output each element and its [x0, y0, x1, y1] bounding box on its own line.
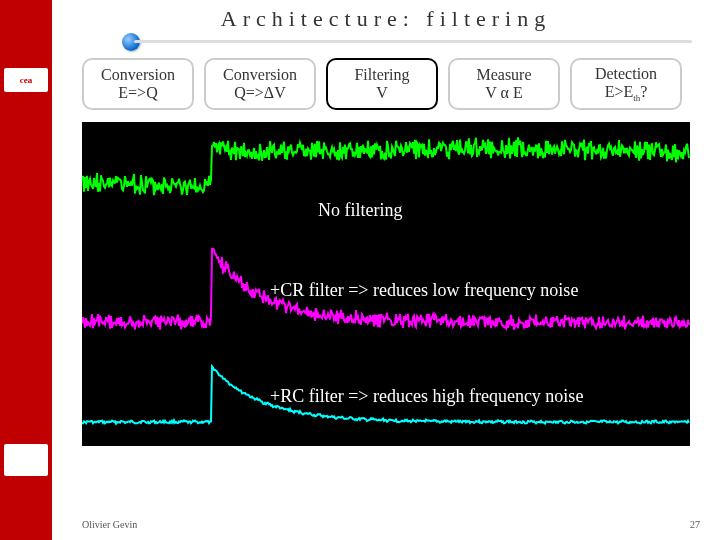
stage-line2: V [376, 84, 388, 102]
stage-measure: Measure V α E [448, 58, 560, 110]
stage-line1: Conversion [223, 66, 297, 84]
logo-irfu [4, 444, 48, 476]
trace-no-filtering [82, 137, 689, 195]
stage-line2: Q=>ΔV [234, 84, 285, 102]
label-no-filter: No filtering [318, 200, 402, 221]
page-title: Architecture: filtering [221, 6, 551, 32]
stage-line1: Detection [595, 65, 657, 83]
stage-conversion-eq: Conversion E=>Q [82, 58, 194, 110]
footer: Olivier Gevin 27 [82, 519, 700, 530]
logo-cea: cea [4, 68, 48, 92]
stage-line1: Measure [476, 66, 531, 84]
footer-author: Olivier Gevin [82, 519, 137, 530]
title-bar: Architecture: filtering [52, 6, 720, 50]
sidebar: cea [0, 0, 52, 540]
footer-page: 27 [690, 519, 700, 530]
label-rc-filter: +RC filter => reduces high frequency noi… [270, 386, 583, 407]
stage-conversion-qv: Conversion Q=>ΔV [204, 58, 316, 110]
stage-line2: E>Eth? [605, 83, 648, 103]
label-cr-filter: +CR filter => reduces low frequency nois… [270, 280, 578, 301]
stage-detection: Detection E>Eth? [570, 58, 682, 110]
stage-line1: Conversion [101, 66, 175, 84]
stage-line2: V α E [485, 84, 522, 102]
stage-line2: E=>Q [118, 84, 157, 102]
pipeline-chain: Conversion E=>Q Conversion Q=>ΔV Filteri… [82, 58, 682, 110]
stage-filtering: Filtering V [326, 58, 438, 110]
oscilloscope: No filtering +CR filter => reduces low f… [82, 122, 690, 446]
stage-line1: Filtering [354, 66, 409, 84]
title-underline [134, 40, 692, 43]
